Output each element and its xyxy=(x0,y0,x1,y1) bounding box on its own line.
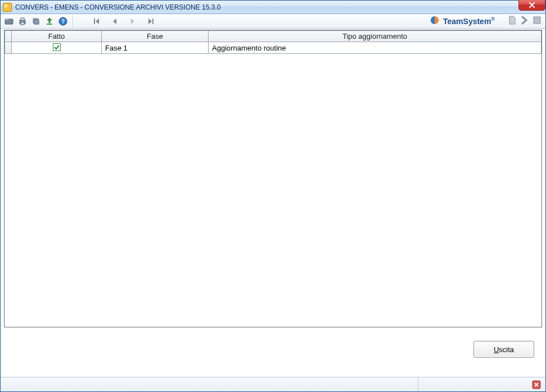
printer-icon xyxy=(18,17,27,26)
col-header-fase[interactable]: Fase xyxy=(102,31,209,42)
cell-fatto xyxy=(12,42,102,54)
close-icon xyxy=(529,2,535,8)
toolbar: ? xyxy=(1,14,545,29)
brand-name: TeamSystem® xyxy=(443,16,495,26)
statusbar xyxy=(1,377,545,391)
col-header-fatto[interactable]: Fatto xyxy=(12,31,102,42)
stack-icon xyxy=(31,17,40,26)
svg-text:?: ? xyxy=(61,19,65,25)
export-icon xyxy=(45,17,54,26)
nav-last-icon xyxy=(147,18,154,25)
toolbar-export-button[interactable] xyxy=(43,15,56,28)
cell-tipo: Aggiornamento routine xyxy=(209,42,542,54)
row-handle[interactable] xyxy=(5,42,12,54)
svg-rect-4 xyxy=(21,22,24,25)
svg-rect-6 xyxy=(34,20,39,24)
nav-group xyxy=(91,15,157,28)
toolbar-open-button[interactable] xyxy=(3,15,15,28)
svg-rect-10 xyxy=(94,19,95,24)
toolbar-copy-button[interactable] xyxy=(30,15,42,28)
uscita-button[interactable]: Uscita xyxy=(473,341,534,358)
statusbar-separator xyxy=(418,377,418,391)
svg-rect-1 xyxy=(5,19,8,20)
close-small-icon xyxy=(532,380,541,389)
content-area: Fatto Fase Tipo aggiornamento xyxy=(1,29,545,377)
titlebar: CONVERS - EMENS - CONVERSIONE ARCHIVI VE… xyxy=(1,1,545,14)
button-row: Uscita xyxy=(4,327,542,363)
brand: TeamSystem® xyxy=(430,16,495,26)
nav-first-button[interactable] xyxy=(91,15,103,28)
check-icon xyxy=(53,44,60,51)
chevron-right-icon xyxy=(520,15,530,25)
update-grid: Fatto Fase Tipo aggiornamento xyxy=(4,30,542,54)
document-icon xyxy=(507,15,517,25)
nav-next-button[interactable] xyxy=(127,15,139,28)
uscita-button-label: Uscita xyxy=(494,345,514,354)
svg-rect-11 xyxy=(152,19,154,24)
toolbar-help-button[interactable]: ? xyxy=(57,15,69,28)
grid-container: Fatto Fase Tipo aggiornamento xyxy=(4,30,542,327)
app-icon xyxy=(3,3,12,12)
col-header-tipo[interactable]: Tipo aggiornamento xyxy=(209,31,542,42)
toolbar-stop-button[interactable] xyxy=(532,15,542,25)
toolbar-right-group xyxy=(507,15,542,25)
nav-first-icon xyxy=(93,18,100,25)
nav-last-button[interactable] xyxy=(145,15,157,28)
nav-prev-button[interactable] xyxy=(109,15,121,28)
stop-icon xyxy=(532,15,542,25)
brand-logo-icon xyxy=(430,16,440,26)
fatto-checkbox[interactable] xyxy=(53,43,61,51)
statusbar-close-button[interactable] xyxy=(532,380,541,389)
cell-fase: Fase 1 xyxy=(102,42,209,54)
window-close-button[interactable] xyxy=(518,0,545,11)
grid-corner xyxy=(5,31,12,42)
folder-open-icon xyxy=(4,17,13,26)
nav-next-icon xyxy=(129,18,136,25)
help-icon: ? xyxy=(58,17,67,26)
grid-header-row: Fatto Fase Tipo aggiornamento xyxy=(5,31,542,42)
toolbar-separator xyxy=(73,15,74,28)
table-row[interactable]: Fase 1 Aggiornamento routine xyxy=(5,42,542,54)
toolbar-forward-button[interactable] xyxy=(520,15,530,25)
svg-rect-12 xyxy=(534,17,540,24)
window-title: CONVERS - EMENS - CONVERSIONE ARCHIVI VE… xyxy=(15,3,220,11)
svg-rect-3 xyxy=(21,18,24,20)
nav-prev-icon xyxy=(111,18,118,25)
svg-rect-7 xyxy=(47,24,52,25)
toolbar-doc-button[interactable] xyxy=(507,15,517,25)
toolbar-print-button[interactable] xyxy=(16,15,29,28)
